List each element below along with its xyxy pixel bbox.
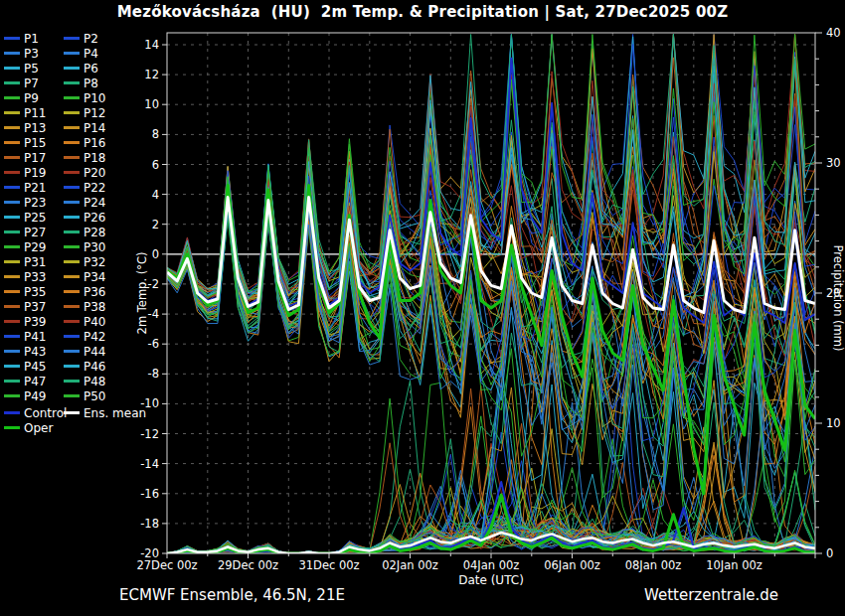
precip-axis-label: Precipitation (mm) [831, 245, 845, 352]
series-layer [167, 35, 815, 554]
ensemble-chart: 14121086420-2-4-6-8-10-12-14-16-18-20010… [0, 0, 845, 616]
svg-text:-6: -6 [148, 337, 159, 351]
svg-text:-12: -12 [140, 427, 159, 441]
svg-text:31Dec 00z: 31Dec 00z [298, 558, 359, 572]
temp-axis-label: 2m Temp. (°C) [135, 252, 149, 335]
footer-site-name: Wetterzentrale.de [644, 586, 778, 604]
svg-text:29Dec 00z: 29Dec 00z [218, 558, 278, 572]
x-axis-label: Date (UTC) [167, 573, 815, 587]
footer-model-info: ECMWF Ensemble, 46.5N, 21E [119, 586, 345, 604]
svg-text:10Jan 00z: 10Jan 00z [706, 558, 762, 572]
svg-text:12: 12 [144, 68, 159, 81]
svg-text:04Jan 00z: 04Jan 00z [463, 558, 520, 572]
svg-text:10: 10 [826, 416, 841, 430]
svg-text:4: 4 [152, 188, 159, 202]
svg-text:-4: -4 [148, 307, 159, 321]
svg-text:-16: -16 [140, 487, 159, 501]
svg-text:6: 6 [152, 158, 159, 172]
svg-text:30: 30 [826, 156, 841, 170]
svg-text:-2: -2 [148, 277, 159, 291]
svg-text:-10: -10 [140, 396, 159, 410]
svg-text:-14: -14 [140, 457, 159, 471]
svg-text:02Jan 00z: 02Jan 00z [382, 558, 438, 572]
svg-text:2: 2 [152, 218, 159, 231]
svg-text:08Jan 00z: 08Jan 00z [625, 558, 682, 572]
svg-text:0: 0 [826, 546, 833, 560]
svg-text:8: 8 [152, 127, 159, 141]
ensemble-meteogram-page: Mezőkovácsháza (HU) 2m Temp. & Precipita… [0, 0, 845, 616]
chart-generated-content: 14121086420-2-4-6-8-10-12-14-16-18-20010… [136, 26, 840, 572]
svg-text:-8: -8 [148, 367, 159, 381]
svg-text:40: 40 [826, 26, 841, 40]
svg-text:27Dec 00z: 27Dec 00z [136, 558, 197, 572]
svg-text:14: 14 [144, 38, 159, 52]
svg-text:0: 0 [152, 247, 159, 261]
svg-text:10: 10 [144, 97, 159, 111]
svg-text:-18: -18 [140, 517, 159, 531]
svg-text:06Jan 00z: 06Jan 00z [544, 558, 600, 572]
